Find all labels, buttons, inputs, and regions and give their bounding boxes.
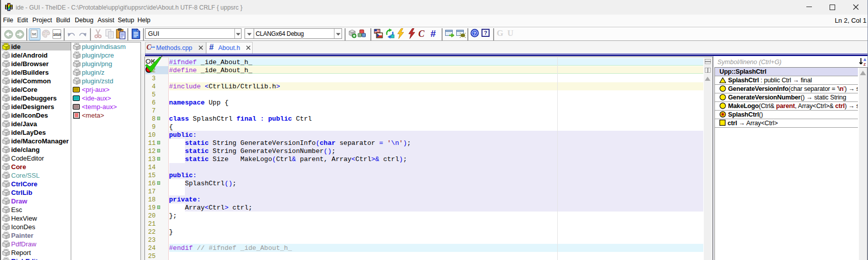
svg-text:Z: Z: [863, 62, 866, 66]
svg-text:?: ?: [473, 30, 476, 36]
